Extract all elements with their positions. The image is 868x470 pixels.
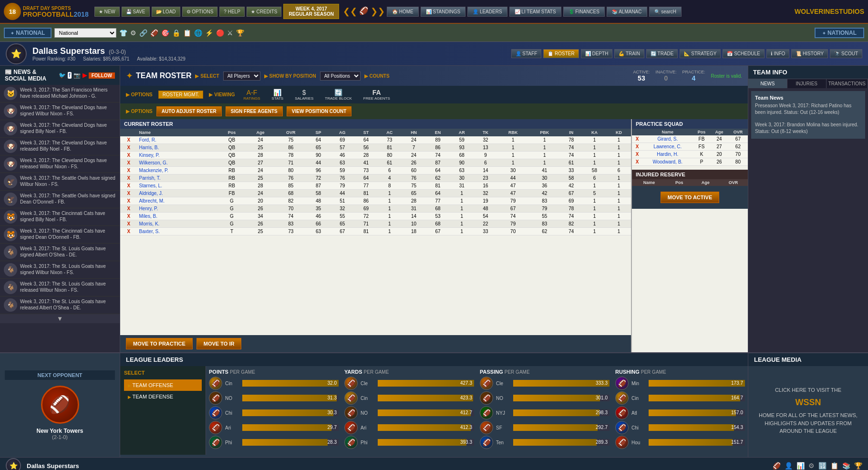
ps-x[interactable]: X xyxy=(632,151,642,158)
row-name[interactable]: Harris, B. xyxy=(137,144,218,152)
position-select[interactable]: All Positions xyxy=(320,72,361,81)
ps-name[interactable]: Woodward, B. xyxy=(642,158,693,166)
row-x[interactable]: X xyxy=(120,159,137,167)
ps-x[interactable]: X xyxy=(632,158,642,166)
staff-btn[interactable]: 👤 STAFF xyxy=(511,49,542,58)
row-x[interactable]: X xyxy=(120,197,137,205)
trade-btn[interactable]: 🔄 TRADE xyxy=(646,49,678,58)
row-name[interactable]: Henry, P. xyxy=(137,205,218,213)
options-button[interactable]: ⚙ OPTIONS xyxy=(182,7,218,17)
stats-view-btn[interactable]: 📊 STATS xyxy=(269,88,287,102)
row-name[interactable]: Mackenzie, P. xyxy=(137,167,218,174)
save-button[interactable]: 💾 SAVE xyxy=(122,7,150,17)
row-x[interactable]: X xyxy=(120,220,137,228)
instagram-icon[interactable]: 📷 xyxy=(73,72,81,79)
row-x[interactable]: X xyxy=(120,167,137,174)
credits-button[interactable]: ★ CREDITS xyxy=(247,7,282,17)
row-x[interactable]: X xyxy=(120,144,137,152)
team-icon-2[interactable]: ⚙ xyxy=(130,29,136,37)
row-name[interactable]: Parrish, T. xyxy=(137,174,218,182)
schedule-btn[interactable]: 📅 SCHEDULE xyxy=(723,49,764,58)
team-icon-1[interactable]: 👕 xyxy=(119,29,127,37)
salaries-view-btn[interactable]: $ SALARIES xyxy=(292,88,316,102)
roster-mgmt-btn[interactable]: ROSTER MGMT. xyxy=(158,91,204,99)
finances-button[interactable]: 💲 FINANCES xyxy=(563,7,605,17)
move-to-practice-btn[interactable]: MOVE TO PRACTICE xyxy=(126,338,193,349)
free-agents-view-btn[interactable]: FA FREE AGENTS xyxy=(361,88,393,102)
ps-name[interactable]: Girard, S. xyxy=(642,135,693,143)
almanac-button[interactable]: 📚 ALMANAC xyxy=(607,7,647,17)
ps-x[interactable]: X xyxy=(632,135,642,143)
search-button[interactable]: 🔍 searcH xyxy=(649,7,682,17)
depth-btn[interactable]: 📊 DEPTH xyxy=(581,49,613,58)
news-tab[interactable]: NEWS xyxy=(748,79,787,88)
transactions-tab[interactable]: TRANSACTIONS xyxy=(827,79,868,88)
scout-btn[interactable]: 🔭 SCOUT xyxy=(830,49,862,58)
row-en: 53 xyxy=(426,213,450,220)
row-name[interactable]: Albrecht, M. xyxy=(137,197,218,205)
row-x[interactable]: X xyxy=(120,205,137,213)
row-ovr: 85 xyxy=(275,182,307,190)
roster-btn[interactable]: 📋 ROSTER xyxy=(543,49,579,58)
row-x[interactable]: X xyxy=(120,182,137,190)
ps-name[interactable]: Hardin, H. xyxy=(642,151,693,158)
team-offense-item[interactable]: TEAM OFFENSE xyxy=(124,379,202,391)
row-name[interactable]: Baxter, S. xyxy=(137,228,218,235)
row-name[interactable]: Aldridge, J. xyxy=(137,190,218,197)
team-stats-button[interactable]: 📈 LI TEAM STATS xyxy=(509,7,561,17)
team-icon-6[interactable]: 🔒 xyxy=(172,29,180,37)
row-x[interactable]: X xyxy=(120,152,137,159)
auto-adjust-btn[interactable]: AUTO ADJUST ROSTER xyxy=(156,106,222,116)
team-icon-7[interactable]: 📋 xyxy=(183,29,191,37)
row-x[interactable]: X xyxy=(120,228,137,235)
history-btn[interactable]: 📜 HISTORY xyxy=(791,49,828,58)
follow-btn[interactable]: FOLLOW xyxy=(89,72,115,79)
leaders-button[interactable]: 👤 LEADERS xyxy=(467,7,507,17)
team-icon-4[interactable]: 🏈 xyxy=(150,29,158,37)
team-icon-12[interactable]: 🏆 xyxy=(236,29,244,37)
row-x[interactable]: X xyxy=(120,190,137,197)
row-name[interactable]: Kinsey, P. xyxy=(137,152,218,159)
team-icon-8[interactable]: 🌐 xyxy=(194,29,202,37)
row-name[interactable]: Ford, R. xyxy=(137,136,218,144)
row-name[interactable]: Miles, B. xyxy=(137,213,218,220)
train-btn[interactable]: 💪 TRAIN xyxy=(614,49,644,58)
move-to-ir-btn[interactable]: MOVE TO IR xyxy=(196,338,242,349)
injuries-tab[interactable]: INJURIES xyxy=(787,79,827,88)
home-button[interactable]: 🏠 HOME xyxy=(387,7,419,17)
team-icon-9[interactable]: ⚡ xyxy=(205,29,213,37)
load-button[interactable]: 📂 LOAD xyxy=(152,7,180,17)
new-button[interactable]: ★ NEW xyxy=(94,7,120,17)
row-name[interactable]: Starnes, L. xyxy=(137,182,218,190)
team-defense-item[interactable]: TEAM DEFENSE xyxy=(124,391,202,402)
standings-button[interactable]: 📊 STANDINGS xyxy=(421,7,465,17)
ratings-view-btn[interactable]: A-F RATINGS xyxy=(241,88,263,102)
help-button[interactable]: ? HELP xyxy=(219,7,244,17)
trade-block-view-btn[interactable]: 🔄 TRADE BLOCK xyxy=(322,88,354,102)
roster-table-wrap[interactable]: Name Pos Age OVR SP AG ST AC HN EN AR xyxy=(120,129,631,335)
scroll-down-btn[interactable]: ▼ xyxy=(0,314,120,323)
row-pos: QB xyxy=(217,136,246,144)
media-content[interactable]: CLICK HERE TO VISIT THE WSSN HOME FOR AL… xyxy=(748,366,868,455)
twitter-icon[interactable]: 🐦 xyxy=(59,72,66,79)
team-select[interactable]: National xyxy=(54,28,116,38)
row-x[interactable]: X xyxy=(120,136,137,144)
team-icon-5[interactable]: 🎯 xyxy=(161,29,169,37)
team-icon-11[interactable]: ⚔ xyxy=(227,29,233,37)
row-name[interactable]: Wilkerson, G. xyxy=(137,159,218,167)
move-to-active-btn[interactable]: MOVE TO ACTIVE xyxy=(661,192,720,203)
row-name[interactable]: Morris, K. xyxy=(137,220,218,228)
strategy-btn[interactable]: 📐 STRATEGY xyxy=(680,49,721,58)
team-icon-10[interactable]: 🔴 xyxy=(216,29,224,37)
team-icon-3[interactable]: 🔗 xyxy=(139,29,147,37)
player-select[interactable]: All Players xyxy=(223,72,260,81)
sign-free-agents-btn[interactable]: SIGN FREE AGENTS xyxy=(226,106,283,116)
view-position-count-btn[interactable]: VIEW POSITION COUNT xyxy=(287,106,351,116)
row-x[interactable]: X xyxy=(120,174,137,182)
row-x[interactable]: X xyxy=(120,213,137,220)
youtube-icon[interactable]: ▶ xyxy=(83,72,87,79)
ps-x[interactable]: X xyxy=(632,143,642,151)
ps-name[interactable]: Lawrence, C. xyxy=(642,143,693,151)
info-btn[interactable]: ℹ INFO xyxy=(766,49,790,58)
facebook-icon[interactable]: f xyxy=(68,72,72,79)
